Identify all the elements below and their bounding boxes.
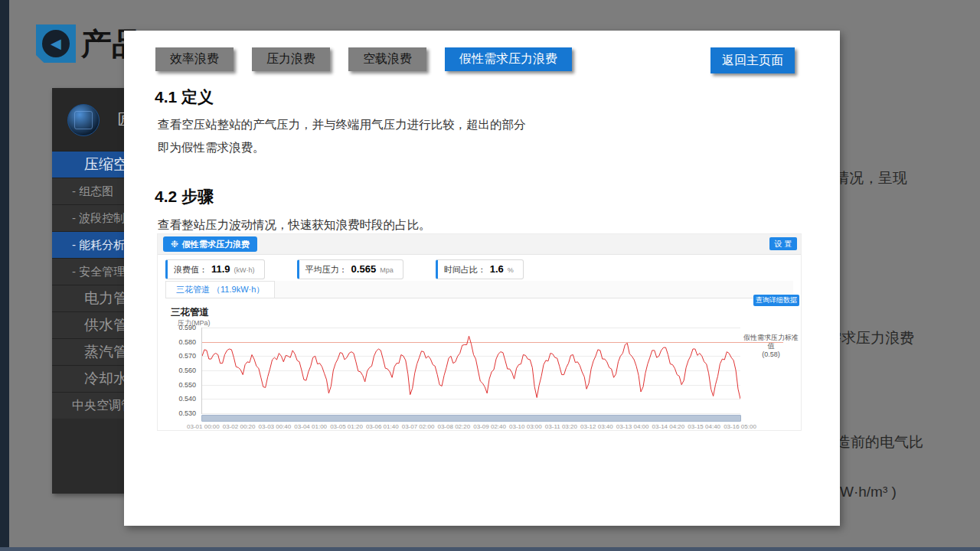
y-axis-ticks: 0.5900.5800.5700.5600.5500.5400.530 [168,328,199,413]
waste-tab[interactable]: 压力浪费 [252,47,330,71]
x-tick-label: 03-14 04:20 [652,423,685,430]
query-detail-button[interactable]: 查询详细数据 [753,295,799,306]
definition-title: 4.1 定义 [155,86,214,108]
pressure-line-chart [201,328,740,414]
waste-analysis-icon: ❉ [171,239,178,249]
x-tick-label: 03-03 00:40 [259,423,292,430]
chart-horizontal-scrollbar[interactable] [201,415,741,422]
waste-tab[interactable]: 假性需求压力浪费 [445,47,572,71]
reference-line-label: 假性需求压力标准值 [741,334,801,350]
background-text-fragment: W·h/m³ ) [840,484,897,500]
definition-text: 查看空压站整站的产气压力，并与终端用气压力进行比较，超出的部分 即为假性需求浪费… [158,113,526,159]
stat-unit: % [508,266,514,274]
x-tick-label: 03-01 00:00 [187,423,220,430]
app-title-badge: ❉ 假性需求压力浪费 [163,236,257,252]
x-tick-label: 03-13 04:00 [616,423,649,430]
stat-value: 11.9 [211,263,230,275]
stat-unit: Mpa [380,266,394,274]
definition-line-2: 即为假性需求浪费。 [158,136,526,159]
x-tick-label: 03-06 01:40 [366,423,399,430]
y-tick-label: 0.540 [178,395,196,403]
stat-box: 平均压力：0.565Mpa [297,259,403,279]
back-logo-button[interactable]: ◀ [36,24,76,63]
x-tick-label: 03-15 04:40 [688,423,720,430]
x-tick-label: 03-04 01:00 [294,423,327,430]
return-home-button[interactable]: 返回主页面 [710,47,795,73]
brand-logo-icon [67,104,100,136]
stat-unit: (kW·h) [234,266,255,274]
bottom-edge-strip [0,547,980,551]
steps-title: 4.2 步骤 [155,186,214,207]
waste-tab-row: 效率浪费压力浪费空载浪费假性需求压力浪费 [155,47,572,71]
embedded-app-screenshot: ❉ 假性需求压力浪费 设 置 浪费值：11.9(kW·h)平均压力：0.565M… [157,233,802,431]
background-text-fragment: 情况，呈现 [835,168,907,188]
pipe-tab-sanhua[interactable]: 三花管道 （11.9kW·h） [165,281,275,298]
background-text-fragment: 造前的电气比 [836,432,923,452]
x-axis-ticks: 03-01 00:0003-02 00:2003-03 00:4003-04 0… [187,423,756,430]
stat-value: 0.565 [351,263,377,275]
gridline [202,413,740,414]
reference-line-value: (0.58) [741,350,801,359]
stat-label: 浪费值： [174,264,207,276]
y-tick-label: 0.560 [178,367,196,374]
chart-title: 三花管道 [171,306,209,319]
stats-row: 浪费值：11.9(kW·h)平均压力：0.565Mpa时间占比：1.6% [165,259,524,279]
x-tick-label: 03-11 03:20 [545,423,577,430]
y-tick-label: 0.590 [178,324,196,331]
stat-label: 平均压力： [305,264,348,276]
app-title-text: 假性需求压力浪费 [182,239,250,250]
pipe-tab-strip: 三花管道 （11.9kW·h） [165,281,793,298]
y-tick-label: 0.550 [178,381,196,389]
y-tick-label: 0.580 [178,338,196,346]
x-tick-label: 03-10 03:00 [509,423,542,430]
waste-tab[interactable]: 效率浪费 [155,47,234,71]
x-tick-label: 03-08 02:20 [437,423,470,430]
content-panel: 效率浪费压力浪费空载浪费假性需求压力浪费 返回主页面 4.1 定义 查看空压站整… [124,31,840,526]
x-tick-label: 03-02 00:20 [223,423,256,430]
left-edge-strip [0,0,9,551]
x-tick-label: 03-09 02:40 [473,423,506,430]
x-tick-label: 03-05 01:20 [330,423,363,430]
stat-box: 时间占比：1.6% [436,259,524,279]
stat-box: 浪费值：11.9(kW·h) [165,259,265,279]
x-tick-label: 03-07 02:00 [402,423,435,430]
y-tick-label: 0.570 [178,352,196,360]
reference-line-annotation: 假性需求压力标准值 (0.58) [741,334,801,359]
x-tick-label: 03-12 03:40 [580,423,613,430]
stat-label: 时间占比： [444,264,486,276]
back-icon: ◀ [42,30,70,57]
stat-value: 1.6 [490,263,504,275]
y-tick-label: 0.530 [178,409,196,417]
settings-button[interactable]: 设 置 [769,237,797,250]
x-tick-label: 03-16 05:00 [724,423,756,430]
definition-line-1: 查看空压站整站的产气压力，并与终端用气压力进行比较，超出的部分 [158,113,526,136]
background-text-fragment: 需求压力浪费 [827,328,914,348]
waste-tab[interactable]: 空载浪费 [348,47,426,71]
